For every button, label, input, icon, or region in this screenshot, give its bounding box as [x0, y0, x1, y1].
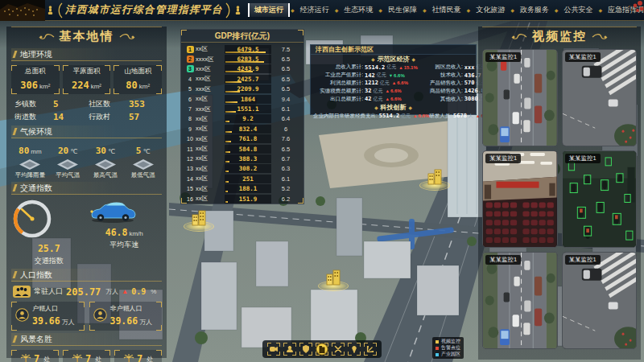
stat-3a-scenic: 7处 3A级景区	[63, 350, 110, 362]
tab-gov-service[interactable]: 政务服务	[515, 3, 554, 17]
diamond-platform-icon	[57, 159, 78, 170]
measure-tool-button[interactable]	[364, 343, 377, 356]
video-feed-conference[interactable]: 某某监控1	[482, 150, 558, 248]
innovation-zone-panel: 沣西自主创新示范区 ◆示范区经济◆ 总收入累计:5514.2亿元▲15.1% 工…	[310, 44, 477, 115]
pedestrian-detection-scene	[563, 151, 637, 247]
scenic-stats: 7处 4A级景区 7处 3A级景区 7处 2A级景区	[11, 350, 162, 362]
legend-chip-cyan	[436, 353, 439, 356]
user-tool-button[interactable]	[283, 343, 296, 356]
video-panel-header: 视频监控	[482, 27, 637, 46]
scroll-ornament-left-icon	[511, 33, 527, 41]
page-title: 沣西城市运行综合管理指挥平台	[65, 3, 223, 17]
tab-culture-tourism[interactable]: 文化旅游	[471, 3, 510, 17]
section-geo-environment: 地理环境	[11, 48, 162, 61]
stat-plain-area: 平原面积 224km²	[63, 65, 111, 94]
tab-city-operation[interactable]: 城市运行	[248, 3, 290, 17]
intersection-crossing-scene	[563, 50, 637, 146]
gdp-row: 16xx区151.96.2	[184, 194, 300, 204]
stat-nonregistered-population: 非户籍人口 39.66万人	[89, 302, 163, 331]
stat-row: 工业总产值累计:142亿元▼6.6%	[313, 72, 418, 80]
palm-tree-icon	[72, 353, 83, 362]
up-arrow-icon: ▲	[385, 97, 389, 101]
stat-row: 总收入累计:5514.2亿元▲15.1%	[313, 64, 418, 72]
innovation-zone-title: 沣西自主创新示范区	[311, 45, 476, 55]
climate-stats: 80mm 平均降雨量 20℃ 平均气温 30℃ 最高气温 5℃ 最低气温	[11, 142, 162, 179]
gdp-row: 7xxx区1551.16.1	[184, 104, 300, 113]
tab-ecology[interactable]: 生态环境	[339, 3, 378, 17]
legend-item: 产业园区	[436, 352, 460, 357]
map-marker-building-2[interactable]	[317, 267, 349, 291]
stat-row: 实缴税费总额累计:32亿元▲6.6%	[313, 87, 418, 95]
population-groups: 户籍人口 39.66万人 非户籍人口 39.66万人	[11, 302, 162, 331]
video-camera-tool-button[interactable]	[267, 343, 280, 356]
intersection-crossing-scene	[563, 253, 637, 348]
dashboard: 沣西城市运行综合管理指挥平台 城市运行 ◆ 经济运行 ◆ 生态环境 ◆ 民生保障…	[0, 0, 644, 362]
building-tool-button[interactable]	[316, 343, 328, 356]
top-header-bar: 沣西城市运行综合管理指挥平台 城市运行 ◆ 经济运行 ◆ 生态环境 ◆ 民生保障…	[0, 0, 644, 21]
video-feed-label: 某某监控1	[565, 255, 601, 265]
stat-rainfall: 80mm 平均降雨量	[11, 142, 49, 179]
map-marker-building-1[interactable]	[183, 208, 215, 232]
gdp-row: 13xx区308.26.3	[184, 164, 300, 174]
basic-info-panel: 基本地情 地理环境 总面积 306km² 平原面积 224km² 山地面积 80…	[6, 27, 167, 358]
video-feed-intersection-2[interactable]: 某某监控1	[562, 252, 638, 349]
map-pin-icon	[350, 345, 358, 353]
user-icon	[286, 345, 294, 353]
stat-avg-temp: 20℃ 平均气温	[49, 142, 87, 179]
video-feed-street-2[interactable]: 某某监控1	[482, 252, 558, 349]
map-pin-tool-button[interactable]	[348, 343, 361, 356]
gdp-row: 2xxxx区6283.56.5	[184, 54, 300, 64]
stat-row: 出口总额累计:42亿元▲6.6%	[313, 95, 418, 103]
map-marker-building-3[interactable]	[419, 167, 451, 191]
diamond-platform-icon	[133, 159, 154, 170]
building-icon	[325, 267, 341, 286]
car-icon	[87, 198, 138, 224]
building-icon	[191, 208, 207, 227]
video-feed-label: 某某监控1	[485, 154, 521, 163]
video-feed-intersection[interactable]: 某某监控1	[562, 49, 638, 146]
tab-economy[interactable]: 经济运行	[295, 3, 334, 17]
tab-public-opinion[interactable]: 社情民意	[427, 3, 466, 17]
legend-item: 视频监控	[436, 339, 460, 344]
diamond-separator-icon: ◆	[467, 7, 471, 13]
gdp-row: 15xx区188.15.2	[184, 183, 300, 193]
gdp-row: 11xx区584.86.5	[184, 144, 300, 154]
diamond-separator-icon: ◆	[291, 7, 295, 13]
tab-public-safety[interactable]: 公共安全	[559, 3, 597, 17]
diamond-separator-icon: ◆	[335, 7, 339, 13]
diamond-separator-icon: ◆	[510, 7, 514, 13]
gdp-panel-title: GDP排行(亿元)	[181, 30, 303, 43]
title-bracket-right	[225, 2, 232, 19]
stat-total-area: 总面积 306km²	[11, 65, 60, 94]
gdp-row: 4xxx区2425.76.5	[184, 74, 300, 84]
street-traffic-scene	[483, 50, 557, 146]
badge-tool-button[interactable]	[299, 343, 312, 356]
building-icon	[427, 167, 443, 186]
video-feed-pedestrian-ai[interactable]: 某某监控1	[562, 150, 638, 248]
traffic-stats: 25.7 交通指数 46.8km/h 平均车速	[11, 198, 162, 266]
street-traffic-scene	[483, 253, 557, 348]
video-feed-label: 某某监控1	[485, 255, 521, 265]
scroll-ornament-left-icon	[39, 33, 55, 41]
tech-innovation-subtitle: ◆科技创新◆	[311, 103, 476, 112]
tab-livelihood[interactable]: 民生保障	[383, 3, 422, 17]
tools-cross-button[interactable]	[332, 343, 345, 356]
platform-title-block: 沣西城市运行综合管理指挥平台	[47, 2, 242, 19]
stat-4a-scenic: 7处 4A级景区	[11, 350, 59, 362]
section-scenic-spots: 风景名胜	[11, 333, 162, 346]
gdp-row: 10xx区761.87.6	[184, 134, 300, 144]
traffic-gauge: 25.7 交通指数	[11, 198, 87, 266]
panel-title: 视频监控	[532, 29, 587, 44]
map-toolbar	[262, 340, 382, 358]
stat-mountain-area: 山地面积 80km²	[114, 65, 162, 94]
video-surveillance-panel: 视频监控	[478, 27, 641, 360]
palm-tree-icon	[20, 353, 31, 362]
title-bracket-left	[56, 2, 63, 19]
area-stats: 总面积 306km² 平原面积 224km² 山地面积 80km²	[11, 65, 162, 94]
crossed-tools-icon	[334, 345, 342, 353]
scroll-ornament-right-icon	[119, 33, 135, 41]
gdp-row: 14xx区2516.1	[184, 174, 300, 183]
legend-item: 告警点位	[436, 345, 460, 351]
zone-economy-left-stats: 总收入累计:5514.2亿元▲15.1% 工业总产值累计:142亿元▼6.6% …	[313, 64, 418, 103]
video-feed-street[interactable]: 某某监控1	[482, 49, 558, 146]
